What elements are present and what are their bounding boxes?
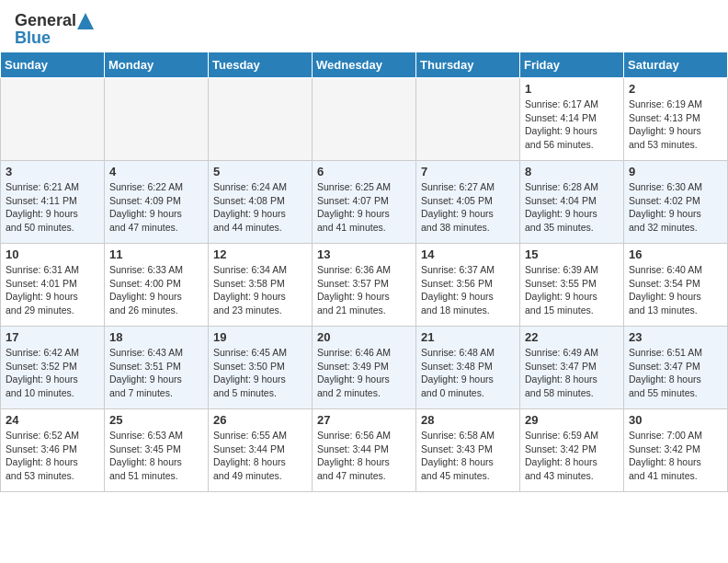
day-number: 24 (6, 413, 99, 427)
day-number: 12 (213, 247, 307, 261)
weekday-header: Tuesday (209, 52, 313, 78)
day-info: Sunrise: 6:30 AM Sunset: 4:02 PM Dayligh… (629, 180, 722, 235)
day-number: 2 (629, 82, 722, 96)
day-info: Sunrise: 6:37 AM Sunset: 3:56 PM Dayligh… (421, 263, 515, 317)
svg-marker-0 (77, 13, 94, 29)
day-info: Sunrise: 6:25 AM Sunset: 4:07 PM Dayligh… (317, 180, 411, 235)
calendar-cell: 16Sunrise: 6:40 AM Sunset: 3:54 PM Dayli… (624, 244, 728, 327)
calendar-cell: 1Sunrise: 6:17 AM Sunset: 4:14 PM Daylig… (520, 78, 624, 161)
weekday-header: Sunday (1, 52, 105, 78)
day-info: Sunrise: 6:39 AM Sunset: 3:55 PM Dayligh… (525, 263, 619, 317)
day-number: 13 (317, 247, 411, 261)
calendar-cell: 17Sunrise: 6:42 AM Sunset: 3:52 PM Dayli… (1, 327, 105, 409)
calendar-cell (209, 78, 313, 161)
calendar-cell (313, 78, 416, 161)
day-number: 4 (109, 165, 203, 178)
calendar-cell: 15Sunrise: 6:39 AM Sunset: 3:55 PM Dayli… (520, 244, 624, 327)
header: General Blue (0, 0, 728, 52)
day-number: 27 (317, 413, 411, 427)
calendar-header: SundayMondayTuesdayWednesdayThursdayFrid… (1, 52, 728, 78)
day-info: Sunrise: 6:21 AM Sunset: 4:11 PM Dayligh… (6, 180, 99, 235)
day-number: 23 (629, 330, 722, 344)
day-number: 19 (213, 330, 307, 344)
calendar-cell: 11Sunrise: 6:33 AM Sunset: 4:00 PM Dayli… (105, 244, 209, 327)
calendar-cell: 13Sunrise: 6:36 AM Sunset: 3:57 PM Dayli… (313, 244, 416, 327)
day-number: 8 (525, 165, 619, 178)
calendar-cell: 22Sunrise: 6:49 AM Sunset: 3:47 PM Dayli… (520, 327, 624, 409)
calendar-cell (416, 78, 520, 161)
day-number: 14 (421, 247, 515, 261)
day-info: Sunrise: 6:43 AM Sunset: 3:51 PM Dayligh… (109, 346, 203, 400)
calendar-cell (105, 78, 209, 161)
day-info: Sunrise: 6:17 AM Sunset: 4:14 PM Dayligh… (525, 98, 619, 152)
calendar-cell: 19Sunrise: 6:45 AM Sunset: 3:50 PM Dayli… (209, 327, 313, 409)
calendar-cell: 21Sunrise: 6:48 AM Sunset: 3:48 PM Dayli… (416, 327, 520, 409)
calendar-cell: 6Sunrise: 6:25 AM Sunset: 4:07 PM Daylig… (313, 161, 416, 244)
day-number: 22 (525, 330, 619, 344)
calendar-cell: 5Sunrise: 6:24 AM Sunset: 4:08 PM Daylig… (209, 161, 313, 244)
calendar-cell: 28Sunrise: 6:58 AM Sunset: 3:43 PM Dayli… (416, 409, 520, 492)
day-number: 7 (421, 165, 515, 178)
day-info: Sunrise: 6:19 AM Sunset: 4:13 PM Dayligh… (629, 98, 722, 152)
day-info: Sunrise: 6:48 AM Sunset: 3:48 PM Dayligh… (421, 346, 515, 400)
day-info: Sunrise: 6:28 AM Sunset: 4:04 PM Dayligh… (525, 180, 619, 235)
day-info: Sunrise: 6:42 AM Sunset: 3:52 PM Dayligh… (6, 346, 99, 400)
day-number: 28 (421, 413, 515, 427)
day-number: 10 (6, 247, 99, 261)
calendar-cell: 30Sunrise: 7:00 AM Sunset: 3:42 PM Dayli… (624, 409, 728, 492)
calendar-cell: 12Sunrise: 6:34 AM Sunset: 3:58 PM Dayli… (209, 244, 313, 327)
day-number: 9 (629, 165, 722, 178)
day-number: 18 (109, 330, 203, 344)
day-info: Sunrise: 6:40 AM Sunset: 3:54 PM Dayligh… (629, 263, 722, 317)
weekday-header: Thursday (416, 52, 520, 78)
day-info: Sunrise: 6:33 AM Sunset: 4:00 PM Dayligh… (109, 263, 203, 317)
day-info: Sunrise: 6:53 AM Sunset: 3:45 PM Dayligh… (109, 429, 203, 483)
day-number: 21 (421, 330, 515, 344)
day-number: 11 (109, 247, 203, 261)
day-info: Sunrise: 6:22 AM Sunset: 4:09 PM Dayligh… (109, 180, 203, 235)
logo-general-text: General (15, 11, 76, 30)
day-number: 25 (109, 413, 203, 427)
day-info: Sunrise: 6:51 AM Sunset: 3:47 PM Dayligh… (629, 346, 722, 400)
calendar-cell: 18Sunrise: 6:43 AM Sunset: 3:51 PM Dayli… (105, 327, 209, 409)
day-info: Sunrise: 7:00 AM Sunset: 3:42 PM Dayligh… (629, 429, 722, 483)
day-info: Sunrise: 6:24 AM Sunset: 4:08 PM Dayligh… (213, 180, 307, 235)
calendar-cell: 26Sunrise: 6:55 AM Sunset: 3:44 PM Dayli… (209, 409, 313, 492)
day-number: 20 (317, 330, 411, 344)
day-number: 29 (525, 413, 619, 427)
calendar-cell: 3Sunrise: 6:21 AM Sunset: 4:11 PM Daylig… (1, 161, 105, 244)
calendar-cell: 24Sunrise: 6:52 AM Sunset: 3:46 PM Dayli… (1, 409, 105, 492)
day-info: Sunrise: 6:34 AM Sunset: 3:58 PM Dayligh… (213, 263, 307, 317)
weekday-header: Monday (105, 52, 209, 78)
calendar-cell: 10Sunrise: 6:31 AM Sunset: 4:01 PM Dayli… (1, 244, 105, 327)
calendar-cell: 9Sunrise: 6:30 AM Sunset: 4:02 PM Daylig… (624, 161, 728, 244)
day-number: 3 (6, 165, 99, 178)
calendar-cell: 7Sunrise: 6:27 AM Sunset: 4:05 PM Daylig… (416, 161, 520, 244)
calendar-cell (1, 78, 105, 161)
day-info: Sunrise: 6:45 AM Sunset: 3:50 PM Dayligh… (213, 346, 307, 400)
day-info: Sunrise: 6:31 AM Sunset: 4:01 PM Dayligh… (6, 263, 99, 317)
calendar: SundayMondayTuesdayWednesdayThursdayFrid… (0, 52, 728, 492)
day-info: Sunrise: 6:52 AM Sunset: 3:46 PM Dayligh… (6, 429, 99, 483)
day-info: Sunrise: 6:27 AM Sunset: 4:05 PM Dayligh… (421, 180, 515, 235)
weekday-header: Friday (520, 52, 624, 78)
day-info: Sunrise: 6:46 AM Sunset: 3:49 PM Dayligh… (317, 346, 411, 400)
calendar-cell: 23Sunrise: 6:51 AM Sunset: 3:47 PM Dayli… (624, 327, 728, 409)
day-info: Sunrise: 6:59 AM Sunset: 3:42 PM Dayligh… (525, 429, 619, 483)
calendar-cell: 2Sunrise: 6:19 AM Sunset: 4:13 PM Daylig… (624, 78, 728, 161)
logo-blue-text: Blue (15, 29, 51, 48)
day-info: Sunrise: 6:56 AM Sunset: 3:44 PM Dayligh… (317, 429, 411, 483)
day-number: 1 (525, 82, 619, 96)
weekday-header: Wednesday (313, 52, 416, 78)
day-info: Sunrise: 6:58 AM Sunset: 3:43 PM Dayligh… (421, 429, 515, 483)
calendar-cell: 4Sunrise: 6:22 AM Sunset: 4:09 PM Daylig… (105, 161, 209, 244)
calendar-cell: 29Sunrise: 6:59 AM Sunset: 3:42 PM Dayli… (520, 409, 624, 492)
day-info: Sunrise: 6:36 AM Sunset: 3:57 PM Dayligh… (317, 263, 411, 317)
day-number: 30 (629, 413, 722, 427)
calendar-cell: 27Sunrise: 6:56 AM Sunset: 3:44 PM Dayli… (313, 409, 416, 492)
day-number: 16 (629, 247, 722, 261)
calendar-cell: 20Sunrise: 6:46 AM Sunset: 3:49 PM Dayli… (313, 327, 416, 409)
day-number: 6 (317, 165, 411, 178)
day-info: Sunrise: 6:49 AM Sunset: 3:47 PM Dayligh… (525, 346, 619, 400)
weekday-header: Saturday (624, 52, 728, 78)
